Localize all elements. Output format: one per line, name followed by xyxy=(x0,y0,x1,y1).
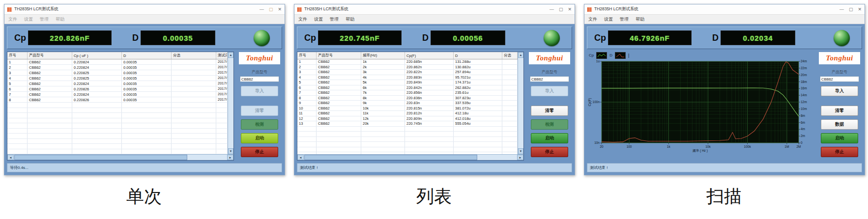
scroll-right-icon[interactable]: ► xyxy=(227,155,233,160)
menu-help[interactable]: 帮助 xyxy=(346,16,354,23)
table-row[interactable]: 4CBB620.2208250.000352017/6/7/周三 8:52 xyxy=(7,76,228,81)
stop-button[interactable]: 停止 xyxy=(821,147,858,157)
start-button[interactable]: 启动 xyxy=(531,133,568,143)
table-cell xyxy=(172,138,216,144)
cp-curve-icon[interactable] xyxy=(596,52,607,59)
table-cell: 220.836n xyxy=(405,95,454,101)
titlebar[interactable]: TH2835H LCR测试系统 — ▢ ✕ xyxy=(294,4,575,15)
table-cell xyxy=(7,118,28,123)
table-row[interactable]: 6CBB626k220.842n262.882u xyxy=(297,85,518,90)
stop-button[interactable]: 停止 xyxy=(241,147,278,157)
menu-manage[interactable]: 管理 xyxy=(620,16,629,23)
table-row[interactable]: 11CBB6211k220.812n412.18u xyxy=(297,111,518,116)
menu-file[interactable]: 文件 xyxy=(8,16,17,23)
scrollbar-thumb[interactable] xyxy=(14,155,187,160)
results-table: 序号产品型号频率(Hz)Cp(F)D分选1CBB621k220.685n131.… xyxy=(297,52,518,154)
menu-manage[interactable]: 管理 xyxy=(40,16,49,23)
table-cell xyxy=(317,132,361,137)
table-cell xyxy=(7,113,28,118)
table-row[interactable]: 1CBB621k220.685n131.288u xyxy=(297,59,518,65)
menu-help[interactable]: 帮助 xyxy=(56,16,64,23)
titlebar[interactable]: TH2835H LCR测试系统 — ▢ ✕ xyxy=(584,4,865,15)
table-row[interactable]: 4CBB624k220.883n95.7021u xyxy=(297,75,518,80)
product-model-input[interactable] xyxy=(530,76,569,82)
table-row[interactable]: 5CBB625k220.849n174.371u xyxy=(297,80,518,85)
vertical-scrollbar[interactable]: ▲ ▼ xyxy=(518,52,523,154)
table-cell xyxy=(7,144,28,149)
menu-file[interactable]: 文件 xyxy=(588,16,597,23)
table-row[interactable]: 8CBB620.2208260.000352017/6/7/周三 8:52 xyxy=(7,97,228,103)
menu-settings[interactable]: 设置 xyxy=(24,16,33,23)
clear-zero-button[interactable]: 清零 xyxy=(821,106,858,116)
clear-zero-button[interactable]: 清零 xyxy=(241,106,278,116)
scroll-right-icon[interactable]: ► xyxy=(517,155,523,160)
test-button[interactable]: 检测 xyxy=(241,119,278,130)
app-window-list: TH2835H LCR测试系统 — ▢ ✕ 文件 设置 管理 帮助 Cp 220… xyxy=(294,4,575,175)
maximize-icon[interactable]: ▢ xyxy=(849,7,853,12)
table-row[interactable]: 2CBB620.2208240.000352017/6/7/周三 8:52 xyxy=(7,65,228,70)
table-row[interactable]: 5CBB620.2208240.000352017/6/7/周三 8:52 xyxy=(7,81,228,86)
table-cell: CBB62 xyxy=(28,81,72,86)
minimize-icon[interactable]: — xyxy=(839,7,844,12)
legend-d-label[interactable]: D xyxy=(609,53,612,57)
scroll-up-icon[interactable]: ▲ xyxy=(228,52,233,58)
scroll-down-icon[interactable]: ▼ xyxy=(518,148,523,154)
horizontal-scrollbar[interactable]: ◄ ► xyxy=(7,154,233,160)
vertical-scrollbar[interactable]: ▲ ▼ xyxy=(228,52,233,154)
product-model-input[interactable] xyxy=(820,76,859,82)
table-cell: 2017/6/7/周三 8:53 xyxy=(216,86,228,92)
import-button[interactable]: 导入 xyxy=(531,86,568,96)
menu-settings[interactable]: 设置 xyxy=(604,16,613,23)
titlebar[interactable]: TH2835H LCR测试系统 — ▢ ✕ xyxy=(4,4,285,15)
close-icon[interactable]: ✕ xyxy=(858,7,862,12)
table-row[interactable]: 1CBB620.2208240.000352017/6/7/周三 8:52 xyxy=(7,59,228,65)
table-row[interactable]: 12CBB6212k220.809n412.018u xyxy=(297,116,518,121)
table-cell: 2017/6/7/周三 8:52 xyxy=(216,76,228,81)
import-button[interactable]: 导入 xyxy=(821,86,858,96)
table-cell xyxy=(72,144,122,149)
import-button[interactable]: 导入 xyxy=(241,86,278,96)
legend-cp-label[interactable]: Cp xyxy=(589,53,594,57)
column-header: Cp ( uF ) xyxy=(72,52,122,59)
maximize-icon[interactable]: ▢ xyxy=(559,7,563,12)
table-row[interactable]: 7CBB627k220.856n235.61u xyxy=(297,90,518,96)
table-cell xyxy=(172,59,216,65)
product-model-input[interactable] xyxy=(240,76,279,82)
maximize-icon[interactable]: ▢ xyxy=(269,7,273,12)
scroll-down-icon[interactable]: ▼ xyxy=(228,148,233,154)
menu-file[interactable]: 文件 xyxy=(298,16,307,23)
scroll-left-icon[interactable]: ◄ xyxy=(7,155,14,160)
clear-zero-button[interactable]: 清零 xyxy=(531,106,568,116)
start-button[interactable]: 启动 xyxy=(821,133,858,143)
table-row[interactable]: 3CBB620.2208250.000352017/6/7/周三 8:52 xyxy=(7,70,228,76)
close-icon[interactable]: ✕ xyxy=(278,7,282,12)
table-row[interactable]: 9CBB629k220.83n337.535u xyxy=(297,101,518,106)
stop-button[interactable]: 停止 xyxy=(531,147,568,157)
table-cell: 2017/6/7/周三 8:52 xyxy=(216,92,228,97)
table-row[interactable]: 2CBB622k220.862n130.882u xyxy=(297,64,518,70)
d-curve-icon[interactable] xyxy=(615,52,626,59)
menu-help[interactable]: 帮助 xyxy=(636,16,644,23)
scroll-up-icon[interactable]: ▲ xyxy=(518,52,523,58)
horizontal-scrollbar[interactable]: ◄ ► xyxy=(297,154,523,160)
table-cell: 12 xyxy=(297,116,317,121)
table-row[interactable]: 3CBB623k220.822n257.894u xyxy=(297,70,518,75)
test-button[interactable]: 检测 xyxy=(531,119,568,130)
table-cell xyxy=(7,108,28,113)
start-button[interactable]: 启动 xyxy=(241,133,278,143)
table-row[interactable]: 13CBB6220k220.745n555.054u xyxy=(297,121,518,127)
table-row[interactable]: 8CBB628k220.836n307.823u xyxy=(297,95,518,101)
table-cell: 5 xyxy=(297,80,317,85)
table-row[interactable]: 6CBB620.2208260.000352017/6/7/周三 8:53 xyxy=(7,86,228,92)
table-row[interactable]: 7CBB620.2208240.000352017/6/7/周三 8:52 xyxy=(7,92,228,97)
scrollbar-thumb[interactable] xyxy=(304,155,477,160)
scroll-left-icon[interactable]: ◄ xyxy=(297,155,304,160)
table-cell: 1 xyxy=(297,59,317,65)
minimize-icon[interactable]: — xyxy=(550,7,554,12)
table-row[interactable]: 10CBB6210k220.815n381.072u xyxy=(297,106,518,111)
close-icon[interactable]: ✕ xyxy=(568,7,572,12)
minimize-icon[interactable]: — xyxy=(260,7,264,12)
menu-manage[interactable]: 管理 xyxy=(330,16,339,23)
data-button[interactable]: 数据 xyxy=(821,119,858,130)
menu-settings[interactable]: 设置 xyxy=(314,16,323,23)
